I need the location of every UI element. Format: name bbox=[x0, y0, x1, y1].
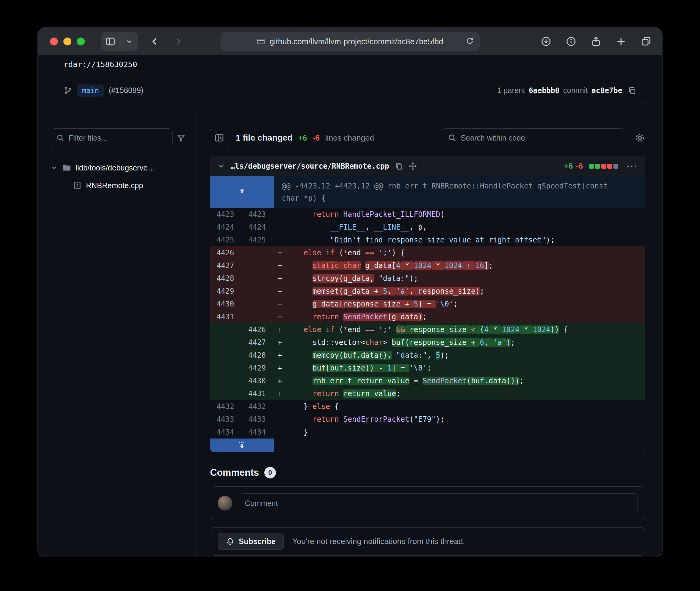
diff-marker: − bbox=[274, 272, 286, 285]
new-line-number[interactable]: 4430 bbox=[242, 375, 274, 387]
reload-button[interactable] bbox=[466, 37, 474, 45]
diff-line: 44254425 "Didn't find response_size valu… bbox=[210, 234, 645, 246]
new-line-number[interactable]: 4425 bbox=[242, 234, 274, 246]
file-deletions: -6 bbox=[576, 161, 583, 171]
new-line-number[interactable]: 4433 bbox=[242, 413, 274, 426]
new-tab-button[interactable] bbox=[616, 36, 626, 47]
additions-count: +6 bbox=[298, 133, 307, 143]
comments-count-badge: 0 bbox=[264, 467, 276, 478]
expand-up-button[interactable] bbox=[210, 176, 274, 208]
new-line-number[interactable] bbox=[242, 259, 274, 272]
new-line-number[interactable] bbox=[242, 311, 274, 323]
pull-request-link[interactable]: (#156099) bbox=[109, 86, 143, 95]
diff-code: + buf[buf.size() - 1] = '\0'; bbox=[274, 362, 645, 375]
minimize-window-button[interactable] bbox=[63, 38, 71, 46]
new-line-number[interactable]: 4423 bbox=[242, 208, 274, 221]
window-controls bbox=[50, 38, 85, 46]
old-line-number[interactable]: 4423 bbox=[210, 208, 242, 221]
address-bar[interactable]: github.com/llvm/llvm-project/commit/ac8e… bbox=[220, 32, 480, 51]
share-button[interactable] bbox=[591, 36, 601, 47]
tree-file-row[interactable]: RNBRemote.cpp bbox=[51, 177, 183, 194]
diff-line: 4427− static char g_data[4 * 1024 * 1024… bbox=[210, 259, 645, 272]
collapse-file-tree-button[interactable] bbox=[210, 129, 228, 147]
tab-overview-button[interactable] bbox=[641, 36, 651, 47]
comment-input[interactable] bbox=[245, 499, 632, 508]
new-line-number[interactable] bbox=[242, 272, 274, 285]
move-handle-icon[interactable] bbox=[409, 162, 417, 171]
filter-files-input[interactable] bbox=[69, 134, 167, 142]
old-line-number[interactable] bbox=[210, 362, 242, 375]
hunk-header-text: @@ -4423,12 +4423,12 @@ rnb_err_t RNBRem… bbox=[274, 176, 615, 208]
sidebar-menu-button[interactable] bbox=[121, 32, 138, 51]
old-line-number[interactable]: 4427 bbox=[210, 259, 242, 272]
commit-meta-row: main (#156099) 1 parent 6aebbb0 commit a… bbox=[55, 77, 645, 104]
old-line-number[interactable]: 4430 bbox=[210, 298, 242, 311]
file-diff-icon bbox=[73, 181, 82, 190]
old-line-number[interactable]: 4424 bbox=[210, 221, 242, 234]
new-line-number[interactable] bbox=[242, 285, 274, 298]
diff-line: 4426− else if (*end == ';') { bbox=[210, 246, 645, 259]
parent-sha-link[interactable]: 6aebbb0 bbox=[529, 86, 559, 95]
old-line-number[interactable]: 4428 bbox=[210, 272, 242, 285]
search-within-code-input[interactable] bbox=[461, 134, 619, 142]
comment-field bbox=[239, 494, 637, 513]
comments-heading: Comments bbox=[210, 467, 259, 478]
diff-marker: + bbox=[274, 387, 286, 400]
new-line-number[interactable] bbox=[242, 298, 274, 311]
old-line-number[interactable]: 4429 bbox=[210, 285, 242, 298]
new-line-number[interactable]: 4434 bbox=[242, 426, 274, 439]
branch-link[interactable]: main bbox=[77, 84, 103, 97]
old-line-number[interactable]: 4426 bbox=[210, 246, 242, 259]
old-line-number[interactable] bbox=[210, 323, 242, 336]
old-line-number[interactable] bbox=[210, 375, 242, 387]
diff-expand-row bbox=[210, 439, 645, 452]
diff-filename-link[interactable]: …ls/debugserver/source/RNBRemote.cpp bbox=[230, 162, 389, 171]
copy-sha-icon[interactable] bbox=[628, 86, 636, 95]
chevron-down-icon[interactable] bbox=[217, 162, 225, 170]
new-line-number[interactable]: 4424 bbox=[242, 221, 274, 234]
tree-folder-row[interactable]: lldb/tools/debugserve… bbox=[51, 159, 183, 177]
history-navigation bbox=[150, 37, 183, 46]
content-split: lldb/tools/debugserve… RNBRemote.cpp 1 f… bbox=[38, 113, 662, 557]
file-filter-button[interactable] bbox=[177, 129, 185, 147]
subscribe-button[interactable]: Subscribe bbox=[218, 533, 284, 550]
new-line-number[interactable]: 4432 bbox=[242, 400, 274, 413]
old-line-number[interactable]: 4434 bbox=[210, 426, 242, 439]
copy-path-icon[interactable] bbox=[395, 162, 403, 171]
old-line-number[interactable] bbox=[210, 387, 242, 400]
old-line-number[interactable] bbox=[210, 349, 242, 362]
diff-line: 44334433 return SendErrorPacket("E79"); bbox=[210, 413, 645, 426]
old-line-number[interactable]: 4433 bbox=[210, 413, 242, 426]
kebab-menu-icon[interactable]: ··· bbox=[627, 161, 638, 171]
zoom-window-button[interactable] bbox=[77, 38, 85, 46]
old-line-number[interactable]: 4431 bbox=[210, 311, 242, 323]
search-icon bbox=[56, 134, 64, 142]
new-line-number[interactable]: 4426 bbox=[242, 323, 274, 336]
bell-icon bbox=[226, 537, 234, 546]
diff-line: 44344434 } bbox=[210, 426, 645, 439]
commit-header-box: rdar://158630250 main (#156099) 1 parent… bbox=[55, 55, 645, 104]
expand-down-button[interactable] bbox=[210, 439, 274, 452]
old-line-number[interactable]: 4432 bbox=[210, 400, 242, 413]
new-line-number[interactable] bbox=[242, 246, 274, 259]
new-line-number[interactable]: 4431 bbox=[242, 387, 274, 400]
diff-code: − memset(g_data + 5, 'a', response_size)… bbox=[274, 285, 645, 298]
new-line-number[interactable]: 4428 bbox=[242, 349, 274, 362]
forward-button[interactable] bbox=[173, 37, 183, 46]
new-line-number[interactable]: 4427 bbox=[242, 336, 274, 349]
git-branch-icon bbox=[64, 86, 72, 95]
new-line-number[interactable]: 4429 bbox=[242, 362, 274, 375]
old-line-number[interactable]: 4425 bbox=[210, 234, 242, 246]
close-window-button[interactable] bbox=[50, 38, 58, 46]
chevron-down-icon bbox=[51, 164, 58, 172]
diff-code: − g_data[response_size + 5] = '\0'; bbox=[274, 298, 645, 311]
diff-settings-button[interactable] bbox=[635, 133, 645, 143]
back-button[interactable] bbox=[150, 37, 159, 46]
files-changed-label: 1 file changed bbox=[236, 133, 293, 143]
info-button[interactable] bbox=[566, 36, 576, 47]
old-line-number[interactable] bbox=[210, 336, 242, 349]
gear-icon bbox=[635, 133, 645, 143]
downloads-button[interactable] bbox=[541, 36, 551, 47]
diff-marker bbox=[274, 400, 286, 413]
toggle-sidebar-button[interactable] bbox=[100, 32, 120, 51]
